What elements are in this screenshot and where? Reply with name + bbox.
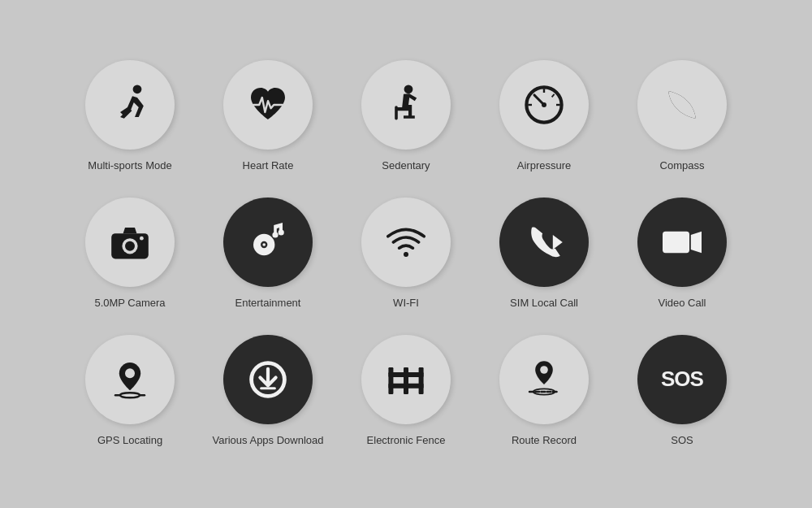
- svg-rect-23: [663, 232, 689, 253]
- icon-circle-apps-download: [223, 335, 313, 424]
- features-grid: Multi-sports Mode Heart Rate Sedentary: [32, 28, 780, 480]
- feature-camera: 5.0MP Camera: [65, 198, 195, 310]
- svg-point-26: [120, 393, 140, 397]
- sedentary-icon: [382, 80, 430, 129]
- heart-rate-icon: [244, 80, 292, 129]
- feature-route-record: Route Record: [479, 335, 609, 448]
- label-airpressure: Airpressure: [517, 159, 571, 173]
- svg-point-15: [140, 237, 144, 241]
- svg-point-37: [540, 366, 548, 374]
- sos-text: SOS: [661, 367, 703, 392]
- route-icon: [520, 355, 568, 404]
- icon-circle-camera: [85, 198, 175, 287]
- svg-point-0: [133, 85, 142, 94]
- icon-circle-sedentary: [361, 60, 451, 150]
- svg-marker-24: [691, 232, 702, 253]
- sports-icon: [106, 80, 154, 129]
- svg-rect-36: [388, 384, 423, 389]
- svg-rect-32: [388, 367, 393, 394]
- feature-compass: Compass: [617, 60, 747, 173]
- feature-wifi: WI-FI: [341, 198, 471, 310]
- icon-circle-sim-call: [499, 198, 589, 287]
- fence-icon: [382, 355, 430, 404]
- svg-rect-2: [396, 107, 411, 111]
- phone-icon: [520, 218, 568, 267]
- label-video-call: Video Call: [658, 297, 706, 310]
- svg-rect-33: [404, 367, 408, 394]
- icon-circle-wifi: [361, 198, 451, 287]
- feature-electronic-fence: Electronic Fence: [341, 335, 471, 448]
- icon-circle-multi-sports: [85, 60, 175, 150]
- svg-point-19: [272, 232, 278, 237]
- feature-sim-call: SIM Local Call: [479, 198, 609, 310]
- icon-circle-electronic-fence: [361, 335, 451, 424]
- svg-point-11: [680, 102, 685, 107]
- feature-entertainment: Entertainment: [203, 198, 333, 310]
- svg-point-14: [125, 241, 135, 251]
- label-sim-call: SIM Local Call: [510, 297, 578, 310]
- label-compass: Compass: [660, 159, 705, 173]
- svg-point-1: [404, 85, 413, 94]
- download-icon: [244, 355, 292, 404]
- label-gps: GPS Locating: [97, 434, 162, 448]
- label-sos: SOS: [671, 434, 693, 448]
- feature-sedentary: Sedentary: [341, 60, 471, 173]
- feature-multi-sports: Multi-sports Mode: [65, 60, 195, 173]
- icon-circle-gps: [85, 335, 175, 424]
- icon-circle-route-record: [499, 335, 589, 424]
- label-multi-sports: Multi-sports Mode: [88, 159, 171, 173]
- icon-circle-entertainment: [223, 198, 313, 287]
- feature-gps: GPS Locating: [65, 335, 195, 448]
- icon-circle-airpressure: [499, 60, 589, 150]
- video-icon: [658, 218, 706, 267]
- svg-point-21: [404, 252, 408, 257]
- gauge-icon: [520, 80, 568, 129]
- gps-icon: [106, 355, 154, 404]
- svg-point-20: [279, 229, 284, 235]
- svg-line-9: [552, 94, 555, 98]
- feature-sos: SOS SOS: [617, 335, 747, 448]
- label-wifi: WI-FI: [393, 297, 419, 310]
- camera-icon: [106, 218, 154, 267]
- label-camera: 5.0MP Camera: [94, 297, 165, 310]
- svg-point-25: [125, 368, 135, 378]
- compass-icon: [658, 80, 706, 129]
- wifi-icon: [382, 218, 430, 267]
- icon-circle-heart-rate: [223, 60, 313, 150]
- svg-marker-22: [553, 235, 563, 250]
- feature-apps-download: Various Apps Download: [203, 335, 333, 448]
- icon-circle-video-call: [637, 198, 727, 287]
- icon-circle-sos: SOS: [637, 335, 727, 424]
- feature-airpressure: Airpressure: [479, 60, 609, 173]
- label-route-record: Route Record: [512, 434, 577, 448]
- icon-circle-compass: [637, 60, 727, 150]
- svg-rect-34: [419, 367, 424, 394]
- music-icon: [244, 218, 292, 267]
- svg-point-5: [542, 102, 546, 107]
- svg-rect-35: [388, 372, 423, 377]
- label-sedentary: Sedentary: [382, 159, 430, 173]
- svg-point-18: [262, 243, 266, 246]
- label-apps-download: Various Apps Download: [212, 434, 323, 448]
- label-heart-rate: Heart Rate: [243, 159, 294, 173]
- feature-heart-rate: Heart Rate: [203, 60, 333, 173]
- label-entertainment: Entertainment: [235, 297, 301, 310]
- feature-video-call: Video Call: [617, 198, 747, 310]
- label-electronic-fence: Electronic Fence: [367, 434, 446, 448]
